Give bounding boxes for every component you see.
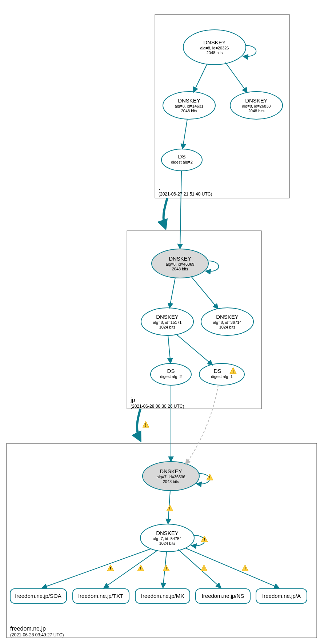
node-leaf-zsk: DNSKEY alg=7, id=54754 1024 bits: [140, 524, 194, 552]
svg-text:DNSKEY: DNSKEY: [178, 97, 200, 104]
svg-text:digest alg=2: digest alg=2: [160, 374, 182, 379]
zone-jp-label: jp: [130, 397, 135, 403]
zone-leaf-ts: (2021-06-28 03:49:27 UTC): [10, 632, 64, 637]
edge-jp-zsk-ds2: [168, 335, 171, 363]
edge-jp-zsk-ds1: [176, 334, 213, 365]
rrset-ns: freedom.ne.jp/NS: [196, 589, 250, 603]
edge-root-zsk-ds: [183, 119, 187, 149]
svg-text:DNSKEY: DNSKEY: [156, 314, 179, 320]
warn-icon: !: [107, 565, 114, 571]
svg-text:!: !: [145, 423, 147, 428]
zone-jp: jp (2021-06-28 00:30:26 UTC) DNSKEY alg=…: [127, 171, 261, 409]
rrset-a: freedom.ne.jp/A: [256, 589, 307, 603]
svg-text:digest alg=2: digest alg=2: [171, 160, 193, 164]
svg-text:alg=8, id=14631: alg=8, id=14631: [175, 104, 204, 108]
zone-jp-ts: (2021-06-28 00:30:26 UTC): [131, 404, 184, 409]
svg-text:!: !: [169, 506, 171, 511]
svg-text:1024 bits: 1024 bits: [159, 325, 176, 329]
svg-text:alg=8, id=36714: alg=8, id=36714: [213, 320, 242, 325]
svg-text:alg=7, id=36536: alg=7, id=36536: [157, 475, 185, 479]
node-root-ksk: DNSKEY alg=8, id=20326 2048 bits: [183, 30, 246, 65]
svg-text:!: !: [110, 566, 111, 571]
node-root-k2: DNSKEY alg=8, id=26838 2048 bits: [230, 92, 283, 119]
node-jp-ds1: DS digest alg=1: [199, 363, 244, 385]
node-root-ds: DS digest alg=2: [161, 149, 202, 171]
svg-text:2048 bits: 2048 bits: [181, 109, 197, 113]
svg-text:digest alg=1: digest alg=1: [211, 374, 233, 379]
svg-text:!: !: [203, 566, 205, 571]
svg-text:2048 bits: 2048 bits: [207, 51, 223, 55]
svg-text:2048 bits: 2048 bits: [172, 267, 188, 271]
svg-text:DNSKEY: DNSKEY: [216, 314, 239, 320]
edge-jp-ds1-to-leaf-ksk: [185, 385, 218, 464]
zone-root: . (2021-06-27 21:51:40 UTC) DNSKEY alg=8…: [155, 15, 289, 198]
svg-text:DNSKEY: DNSKEY: [160, 468, 182, 474]
edge-root-ksk-k2: [225, 63, 247, 93]
zone-root-ts: (2021-06-27 21:51:40 UTC): [159, 192, 212, 197]
node-jp-ksk: DNSKEY alg=8, id=46369 2048 bits: [152, 249, 208, 278]
svg-text:!: !: [204, 537, 205, 542]
edge-zsk-ns: [178, 550, 221, 588]
warn-icon: !: [167, 505, 173, 511]
svg-text:freedom.ne.jp/MX: freedom.ne.jp/MX: [141, 593, 184, 599]
node-root-zsk: DNSKEY alg=8, id=14631 2048 bits: [163, 92, 215, 119]
warn-icon: !: [143, 421, 149, 428]
svg-text:1024 bits: 1024 bits: [159, 541, 176, 546]
svg-text:alg=8, id=46369: alg=8, id=46369: [166, 262, 195, 266]
svg-text:alg=7, id=54754: alg=7, id=54754: [153, 536, 182, 541]
svg-text:!: !: [232, 369, 234, 374]
edge-jp-ksk-k2: [191, 276, 218, 309]
svg-text:!: !: [140, 566, 141, 571]
zone-leaf-label: freedom.ne.jp: [10, 625, 46, 632]
svg-text:alg=8, id=15171: alg=8, id=15171: [153, 320, 182, 325]
warn-icon: !: [137, 565, 144, 571]
node-jp-k2: DNSKEY alg=8, id=36714 1024 bits: [201, 308, 253, 335]
dnssec-graph: . (2021-06-27 21:51:40 UTC) DNSKEY alg=8…: [0, 0, 324, 644]
warn-icon: !: [207, 474, 213, 480]
svg-text:DNSKEY: DNSKEY: [169, 255, 191, 262]
svg-text:DS: DS: [214, 368, 221, 374]
svg-text:freedom.ne.jp/NS: freedom.ne.jp/NS: [202, 593, 244, 599]
svg-text:freedom.ne.jp/A: freedom.ne.jp/A: [262, 593, 301, 599]
svg-text:!: !: [209, 475, 211, 480]
svg-text:DS: DS: [178, 153, 186, 160]
rrset-soa: freedom.ne.jp/SOA: [10, 589, 67, 603]
svg-text:freedom.ne.jp/TXT: freedom.ne.jp/TXT: [78, 593, 123, 599]
zone-leaf: freedom.ne.jp (2021-06-28 03:49:27 UTC) …: [7, 385, 317, 638]
warn-icon: !: [201, 536, 208, 542]
svg-text:alg=8, id=26838: alg=8, id=26838: [242, 104, 271, 108]
edge-jp-to-leaf-deleg: [137, 409, 140, 440]
svg-text:alg=8, id=20326: alg=8, id=20326: [200, 46, 229, 50]
node-jp-zsk: DNSKEY alg=8, id=15171 1024 bits: [141, 308, 193, 335]
edge-root-ds-to-jp-ksk: [180, 171, 181, 249]
svg-text:DNSKEY: DNSKEY: [245, 97, 268, 104]
edge-zsk-a: [185, 548, 279, 588]
svg-text:freedom.ne.jp/SOA: freedom.ne.jp/SOA: [15, 593, 61, 599]
edge-root-to-jp-deleg: [164, 198, 167, 228]
zone-root-label: .: [159, 185, 160, 191]
node-jp-ds2: DS digest alg=2: [151, 363, 191, 385]
svg-text:DNSKEY: DNSKEY: [156, 530, 179, 536]
warn-icon: !: [242, 565, 248, 571]
svg-text:2048 bits: 2048 bits: [163, 479, 179, 484]
rrset-txt: freedom.ne.jp/TXT: [73, 589, 129, 603]
edge-root-ksk-zsk: [193, 64, 207, 92]
svg-text:1024 bits: 1024 bits: [219, 325, 236, 329]
svg-text:DNSKEY: DNSKEY: [203, 39, 226, 45]
svg-text:2048 bits: 2048 bits: [248, 109, 265, 113]
svg-text:!: !: [244, 566, 246, 571]
node-leaf-ksk: DNSKEY alg=7, id=36536 2048 bits: [143, 462, 199, 491]
svg-text:DS: DS: [167, 368, 175, 374]
edge-zsk-soa: [42, 549, 151, 588]
warn-icon: !: [163, 565, 169, 571]
warn-icon: !: [201, 565, 207, 571]
rrset-mx: freedom.ne.jp/MX: [135, 589, 190, 603]
svg-text:!: !: [165, 566, 167, 571]
edge-jp-ksk-zsk: [169, 278, 175, 308]
